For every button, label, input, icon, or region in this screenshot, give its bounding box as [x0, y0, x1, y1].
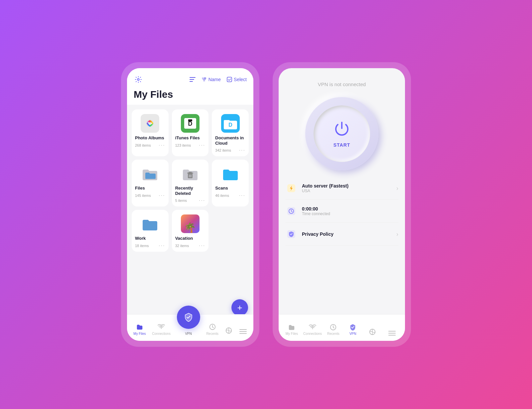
nav-item-connections[interactable]: Connections: [152, 323, 171, 336]
file-name: Work: [135, 236, 165, 241]
itunes-icon: D: [181, 114, 200, 133]
svg-rect-17: [189, 172, 192, 173]
chevron-right-icon-2: ›: [396, 231, 398, 238]
files-folder-icon: [141, 164, 159, 183]
file-meta: 18 items ···: [135, 243, 165, 248]
vpn-nav-label-my-files: My Files: [286, 332, 298, 336]
svg-point-21: [161, 328, 162, 329]
vpn-nav-connections[interactable]: Connections: [303, 324, 322, 336]
svg-text:D: D: [228, 122, 232, 128]
privacy-policy-item[interactable]: Privacy Policy ›: [285, 223, 398, 246]
list-item[interactable]: 🌴 Vacation 32 items ···: [172, 210, 209, 252]
file-meta: 32 items ···: [175, 243, 205, 248]
work-folder-icon: [141, 214, 159, 233]
file-count: 342 items: [215, 148, 231, 152]
svg-rect-37: [388, 333, 396, 334]
file-name: Documents in Cloud: [215, 135, 245, 146]
nav-label-my-files: My Files: [133, 332, 146, 336]
svg-rect-26: [239, 331, 247, 332]
file-meta: 46 items ···: [215, 193, 245, 198]
list-item[interactable]: D Documents in Cloud 342 items ···: [212, 109, 249, 156]
file-meta: 268 items ···: [135, 143, 165, 148]
list-item[interactable]: Recently Deleted 5 items ···: [172, 160, 209, 206]
more-dots-icon[interactable]: ···: [239, 148, 245, 153]
browser-vpn-nav-icon: [369, 328, 376, 336]
svg-rect-36: [388, 331, 396, 332]
list-item[interactable]: Work 18 items ···: [132, 210, 169, 252]
vpn-nav-label-vpn: VPN: [349, 332, 356, 336]
vpn-nav-label-recents: Recents: [327, 332, 339, 336]
folder-nav-icon: [288, 324, 295, 331]
power-icon: [333, 120, 350, 140]
files-grid: Photo Albums 268 items ··· D: [127, 105, 253, 314]
photo-albums-icon: [141, 114, 159, 133]
auto-server-text: Auto server (Fastest) USA: [302, 183, 392, 193]
add-folder-button[interactable]: +: [231, 299, 248, 316]
more-dots-icon[interactable]: ···: [199, 243, 205, 248]
vpn-nav-more[interactable]: [384, 331, 400, 336]
vacation-folder-icon: 🌴: [181, 214, 200, 233]
more-dots-icon[interactable]: ···: [159, 243, 165, 248]
nav-item-browser[interactable]: [225, 327, 233, 336]
file-meta: 123 items ···: [175, 143, 205, 148]
start-label: START: [333, 142, 350, 148]
svg-point-32: [312, 328, 313, 329]
settings-icon[interactable]: [134, 75, 143, 84]
file-meta: 145 items ···: [135, 193, 165, 198]
list-item[interactable]: Photo Albums 268 items ···: [132, 109, 169, 156]
docs-cloud-icon: D: [221, 114, 240, 133]
vpn-power-ring[interactable]: START: [305, 97, 378, 170]
svg-point-0: [137, 78, 139, 80]
svg-rect-1: [190, 77, 196, 78]
more-dots-icon[interactable]: ···: [159, 193, 165, 198]
vpn-active-nav-icon: [349, 324, 356, 331]
right-phone: VPN is not connected START: [273, 62, 411, 347]
sort-button[interactable]: Name: [201, 77, 221, 82]
privacy-policy-title: Privacy Policy: [302, 231, 392, 237]
privacy-policy-text: Privacy Policy: [302, 231, 392, 237]
svg-rect-25: [239, 329, 247, 330]
more-dots-icon[interactable]: ···: [199, 143, 205, 148]
file-name: iTunes Files: [175, 135, 205, 141]
select-button[interactable]: Select: [227, 77, 247, 82]
more-dots-icon[interactable]: ···: [199, 198, 205, 203]
auto-server-item[interactable]: Auto server (Fastest) USA ›: [285, 177, 398, 200]
list-item[interactable]: Files 145 items ···: [132, 160, 169, 206]
time-connected-item: 0:00:00 Time connected: [285, 200, 398, 223]
svg-rect-2: [190, 79, 194, 80]
vpn-power-inner: START: [314, 105, 370, 162]
svg-rect-3: [190, 81, 193, 82]
file-meta: 5 items ···: [175, 198, 205, 203]
list-item[interactable]: D iTunes Files 123 items ···: [172, 109, 209, 156]
nav-item-more[interactable]: [239, 328, 247, 336]
nav-label-connections: Connections: [152, 332, 171, 336]
list-icon[interactable]: [190, 77, 196, 82]
more-dots-icon[interactable]: ···: [159, 143, 165, 148]
lightning-icon: [285, 182, 297, 194]
vpn-nav-browser[interactable]: [364, 328, 380, 336]
more-dots-icon[interactable]: ···: [239, 193, 245, 198]
file-count: 5 items: [175, 199, 187, 203]
nav-item-my-files[interactable]: My Files: [133, 323, 146, 336]
recents-nav-icon: [208, 323, 216, 331]
vpn-info-section: Auto server (Fastest) USA ›: [279, 177, 405, 314]
vpn-nav-label-connections: Connections: [303, 332, 322, 336]
vpn-nav-my-files[interactable]: My Files: [284, 324, 300, 336]
shield-icon: [285, 228, 297, 240]
vpn-screen: VPN is not connected START: [279, 68, 405, 341]
files-header: Name Select My Files: [127, 68, 253, 105]
left-phone: Name Select My Files: [121, 62, 259, 347]
vpn-nav-button[interactable]: [177, 306, 200, 329]
recents-vpn-nav-icon: [330, 324, 337, 331]
vpn-nav-vpn[interactable]: VPN: [345, 324, 361, 336]
files-toolbar: Name Select: [134, 75, 247, 84]
time-connected-title: 0:00:00: [302, 206, 398, 211]
auto-server-subtitle: USA: [302, 189, 392, 193]
list-item[interactable]: Scans 46 items ···: [212, 160, 249, 206]
nav-label-vpn: VPN: [177, 332, 200, 336]
file-meta: 342 items ···: [215, 148, 245, 153]
page-title: My Files: [134, 89, 247, 100]
vpn-nav-recents[interactable]: Recents: [325, 324, 341, 336]
file-count: 268 items: [135, 143, 151, 147]
nav-item-recents[interactable]: Recents: [206, 323, 218, 336]
